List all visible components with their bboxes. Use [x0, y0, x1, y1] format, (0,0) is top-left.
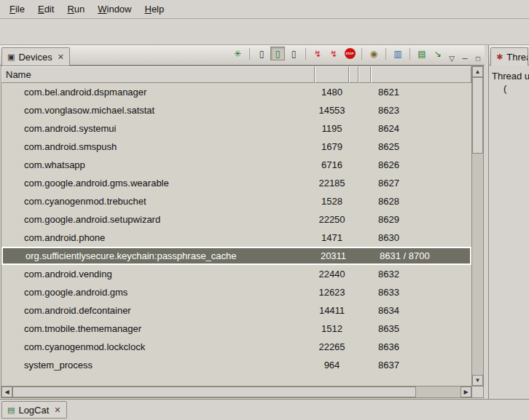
- menu-file[interactable]: File: [3, 1, 31, 17]
- tab-logcat[interactable]: ▤ LogCat ✕: [1, 401, 67, 419]
- table-row[interactable]: com.google.android.gms.wearable221858627: [1, 174, 471, 192]
- horizontal-scroll-thumb[interactable]: [12, 387, 416, 397]
- threads-message-line2: (: [492, 82, 526, 95]
- cell-port: 8629: [371, 214, 471, 225]
- tab-threads-label: Threads: [506, 52, 528, 63]
- cell-pid: 1679: [315, 141, 349, 152]
- table-row[interactable]: com.android.defcontainer144118634: [1, 301, 471, 320]
- threads-message: Thread up (: [489, 66, 529, 99]
- stop-method-profiling-icon[interactable]: ↘: [431, 47, 445, 60]
- menu-window[interactable]: Window: [91, 1, 138, 17]
- tab-threads[interactable]: ✱ Threads ✕: [490, 47, 528, 66]
- menu-edit[interactable]: Edit: [31, 1, 60, 17]
- logcat-bar: ▤ LogCat ✕: [0, 399, 529, 420]
- main-area: ▣ Devices ✕ ✳▯▯▯↯↯STOP◉▥▤↘ ▽ ─ □ Name: [0, 45, 529, 399]
- table-row[interactable]: com.whatsapp67168626: [1, 156, 471, 174]
- column-header-4[interactable]: [358, 66, 371, 83]
- stop-process-icon[interactable]: STOP: [342, 47, 357, 60]
- devices-view: ▣ Devices ✕ ✳▯▯▯↯↯STOP◉▥▤↘ ▽ ─ □ Name: [0, 45, 485, 399]
- cell-process-name: com.android.phone: [1, 232, 315, 243]
- close-icon[interactable]: ✕: [58, 52, 64, 62]
- table-row[interactable]: com.google.android.gms126238633: [1, 283, 471, 301]
- cell-port: 8621: [371, 87, 471, 98]
- main-toolbar: [0, 19, 529, 45]
- table-row[interactable]: system_process9648637: [1, 356, 471, 374]
- update-threads-icon[interactable]: ↯: [310, 47, 325, 60]
- cell-process-name: com.android.vending: [1, 269, 315, 280]
- threads-view: ✱ Threads ✕ Thread up (: [488, 45, 529, 399]
- screen-capture-icon[interactable]: ◉: [367, 47, 381, 60]
- threads-icon: ✱: [496, 52, 503, 62]
- table-row[interactable]: com.tmobile.thememanager15128635: [1, 320, 471, 338]
- maximize-icon[interactable]: □: [471, 52, 485, 65]
- tab-logcat-label: LogCat: [18, 405, 49, 416]
- cell-process-name: com.whatsapp: [1, 159, 315, 170]
- cell-pid: 22185: [315, 178, 349, 189]
- column-header-name[interactable]: Name: [1, 66, 315, 83]
- table-header: Name: [1, 66, 471, 83]
- cell-port: 8625: [371, 141, 471, 152]
- close-icon[interactable]: ✕: [54, 405, 60, 415]
- cell-port: 8628: [371, 196, 471, 207]
- cell-process-name: com.android.systemui: [1, 123, 315, 134]
- horizontal-scroll-track[interactable]: [12, 387, 461, 397]
- cell-process-name: com.google.android.setupwizard: [1, 214, 315, 225]
- table-row[interactable]: com.cyanogenmod.lockclock222658636: [1, 338, 471, 356]
- cell-pid: 1471: [315, 232, 349, 243]
- minimize-icon[interactable]: ─: [458, 52, 471, 65]
- cell-process-name: system_process: [1, 360, 315, 371]
- scroll-left-button[interactable]: ◀: [1, 387, 12, 397]
- debug-process-icon[interactable]: ✳: [230, 47, 245, 60]
- cell-port: 8637: [371, 360, 471, 371]
- devices-tabbar: ▣ Devices ✕ ✳▯▯▯↯↯STOP◉▥▤↘ ▽ ─ □: [0, 45, 485, 66]
- cell-process-name: com.vonglasow.michael.satstat: [1, 105, 315, 116]
- menu-help[interactable]: Help: [138, 1, 171, 17]
- vertical-scroll-track[interactable]: [472, 77, 483, 375]
- table-row[interactable]: com.android.vending224408632: [1, 265, 471, 283]
- scrollbar-corner: [471, 387, 483, 397]
- dump-hprof-icon[interactable]: ▯: [270, 47, 285, 60]
- threads-tabbar: ✱ Threads ✕: [489, 45, 529, 66]
- cause-gc-icon[interactable]: ▯: [286, 47, 301, 60]
- vertical-scrollbar[interactable]: ▲ ▼: [471, 66, 483, 386]
- menu-run[interactable]: Run: [60, 1, 91, 17]
- view-menu-icon[interactable]: ▽: [445, 52, 458, 65]
- cell-pid: 1512: [315, 323, 349, 334]
- system-info-icon[interactable]: ▥: [391, 47, 405, 60]
- cell-process-name: com.android.defcontainer: [1, 305, 315, 316]
- vertical-scroll-thumb[interactable]: [472, 77, 483, 154]
- table-row[interactable]: com.android.smspush16798625: [1, 138, 471, 156]
- cell-port: 8634: [371, 305, 471, 316]
- dump-threads-icon[interactable]: ↯: [326, 47, 341, 60]
- toolbar-separator: [249, 48, 250, 60]
- table-row[interactable]: com.android.systemui11958624: [1, 119, 471, 138]
- cell-port: 8630: [371, 232, 471, 243]
- update-heap-icon[interactable]: ▯: [254, 47, 269, 60]
- table-row[interactable]: com.bel.android.dspmanager14808621: [1, 83, 471, 101]
- scroll-down-button[interactable]: ▼: [472, 375, 483, 386]
- toolbar-separator: [361, 48, 362, 60]
- cell-process-name: org.sufficientlysecure.keychain:passphra…: [3, 250, 316, 261]
- cell-pid: 22440: [315, 269, 349, 280]
- column-header-pid[interactable]: [315, 66, 349, 83]
- scroll-right-button[interactable]: ▶: [461, 387, 471, 397]
- cell-port: 8633: [371, 287, 471, 298]
- toolbar-separator: [305, 48, 306, 60]
- table-row[interactable]: com.android.phone14718630: [1, 229, 471, 247]
- column-header-3[interactable]: [349, 66, 358, 83]
- cell-process-name: com.bel.android.dspmanager: [1, 87, 315, 98]
- logcat-icon: ▤: [7, 405, 15, 415]
- column-header-port[interactable]: [371, 66, 471, 83]
- table-row[interactable]: com.vonglasow.michael.satstat145538623: [1, 101, 471, 119]
- table-row[interactable]: org.sufficientlysecure.keychain:passphra…: [1, 247, 471, 265]
- threads-message-line1: Thread up: [492, 70, 526, 82]
- tab-devices[interactable]: ▣ Devices ✕: [1, 47, 70, 66]
- table-row[interactable]: com.google.android.setupwizard222508629: [1, 210, 471, 229]
- cell-pid: 1480: [315, 87, 349, 98]
- table-row[interactable]: com.cyanogenmod.trebuchet15288628: [1, 192, 471, 210]
- cell-pid: 20311: [316, 250, 350, 261]
- cell-pid: 22250: [315, 214, 349, 225]
- scroll-up-button[interactable]: ▲: [472, 66, 483, 77]
- horizontal-scrollbar[interactable]: ◀ ▶: [1, 386, 483, 397]
- start-method-profiling-icon[interactable]: ▤: [415, 47, 429, 60]
